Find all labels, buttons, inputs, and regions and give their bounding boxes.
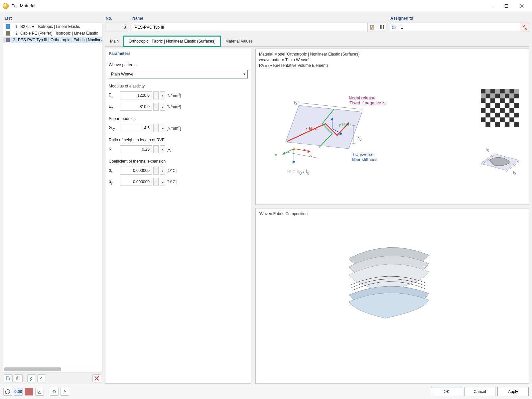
svg-point-31 (293, 148, 295, 150)
svg-rect-71 (514, 122, 519, 127)
ax-spin[interactable]: ⋮ (153, 167, 159, 175)
Gxy-input[interactable]: 14.5 (120, 124, 152, 132)
function-button[interactable]: fx (61, 388, 69, 396)
assigned-input[interactable] (398, 23, 520, 32)
Gxy-unit: [N/mm2] (167, 125, 248, 131)
top-fields: No. 3 Name Assigned to (105, 15, 529, 32)
thumb-l0-right: l0 (513, 170, 516, 176)
svg-rect-46 (505, 93, 509, 98)
svg-rect-72 (485, 89, 490, 93)
copy-item-button[interactable] (14, 374, 23, 382)
ay-symbol: αy (109, 179, 119, 185)
list-horizontal-scrollbar[interactable] (3, 366, 102, 372)
R-spin[interactable]: ⋮ (153, 145, 159, 153)
tab-material-values[interactable]: Material Values (220, 36, 258, 47)
tab-orthotropic[interactable]: Orthotropic | Fabric | Nonlinear Elastic… (124, 36, 220, 47)
ok-button[interactable]: OK (431, 387, 462, 396)
Ey-input[interactable]: 810.0 (120, 103, 152, 111)
rve-diagram-box: Material Model 'Orthotropic | Nonlinear … (255, 49, 529, 205)
rve-element-thumb (474, 142, 524, 179)
svg-rect-45 (495, 93, 500, 98)
Ex-spin[interactable]: ⋮ (153, 91, 159, 99)
color-button[interactable] (25, 388, 33, 396)
refresh-button[interactable] (50, 388, 59, 396)
library-button[interactable] (377, 23, 386, 32)
Gxy-spin[interactable]: ⋮ (153, 124, 159, 132)
ay-spin[interactable]: ⋮ (153, 178, 159, 186)
svg-rect-53 (495, 103, 500, 108)
R-menu[interactable]: ▸ (160, 145, 165, 153)
l0-label-bottom: l0 (310, 152, 312, 157)
material-list[interactable]: 1 S275JR | Isotropic | Linear Elastic 2 … (3, 23, 102, 366)
no-field[interactable]: 3 (105, 23, 128, 32)
coords-button[interactable] (35, 388, 44, 396)
ax-menu[interactable]: ▸ (160, 167, 165, 175)
color-swatch (6, 31, 10, 36)
ay-input[interactable]: 0.000000 (120, 178, 152, 186)
app-icon (3, 3, 9, 9)
parameters-header: Parameters (109, 51, 248, 57)
svg-rect-1 (505, 4, 508, 7)
units-button[interactable]: 0,00 (14, 388, 23, 396)
Gxy-menu[interactable]: ▸ (160, 124, 165, 132)
svg-rect-69 (495, 122, 500, 127)
dialog-bottom-bar: 0,00 fx OK Cancel Apply (0, 384, 532, 399)
apply-button[interactable]: Apply (497, 387, 529, 396)
ay-menu[interactable]: ▸ (160, 178, 165, 186)
Ey-spin[interactable]: ⋮ (153, 103, 159, 111)
ratio-label: Ratio of height to length of RVE (109, 138, 248, 142)
svg-rect-41 (490, 89, 495, 93)
svg-line-85 (5, 393, 6, 394)
Ex-menu[interactable]: ▸ (160, 91, 165, 99)
svg-rect-47 (514, 93, 519, 98)
Ey-menu[interactable]: ▸ (160, 103, 165, 111)
minimize-button[interactable] (483, 0, 499, 12)
svg-rect-54 (505, 103, 509, 108)
list-item[interactable]: 3 PES-PVC Typ III | Orthotropic | Fabric… (3, 37, 102, 43)
xfibre-label: x fibre (306, 126, 317, 131)
svg-marker-89 (53, 391, 54, 392)
R-input[interactable]: 0.25 (120, 145, 152, 153)
vis1-line3: RVE (Representative Volume Element) (259, 63, 526, 68)
new-item-button[interactable] (4, 374, 13, 382)
svg-rect-9 (17, 376, 20, 379)
name-input[interactable] (132, 23, 367, 32)
svg-rect-79 (509, 93, 514, 98)
svg-marker-17 (392, 26, 396, 29)
axis-x-label: x (303, 147, 305, 152)
check-selected-button[interactable] (37, 374, 46, 382)
modulus-label: Modulus of elasticity (109, 84, 248, 88)
weave-pattern-combo[interactable]: Plain Weave ▾ (109, 70, 248, 78)
pick-objects-button[interactable] (520, 23, 529, 32)
tab-main[interactable]: Main (105, 36, 124, 47)
cancel-button[interactable]: Cancel (464, 387, 495, 396)
Ex-input[interactable]: 1220.0 (120, 91, 152, 99)
nodal-label: Nodal release 'Fixed if negative N' (349, 95, 386, 105)
list-item[interactable]: 2 Cable PE (Pfeifer) | Isotropic | Linea… (3, 30, 102, 37)
titlebar: Edit Material (0, 0, 532, 12)
list-panel: List 1 S275JR | Isotropic | Linear Elast… (3, 15, 102, 384)
list-item-label: Cable PE (Pfeifer) | Isotropic | Linear … (20, 31, 98, 36)
ax-input[interactable]: 0.000000 (120, 167, 152, 175)
ax-symbol: αx (109, 168, 119, 173)
edit-name-button[interactable] (367, 23, 377, 32)
svg-rect-64 (481, 117, 485, 122)
svg-rect-48 (481, 98, 485, 103)
close-button[interactable] (514, 0, 529, 12)
delete-item-button[interactable] (92, 374, 101, 382)
Ey-unit: [N/mm2] (167, 104, 248, 109)
svg-line-38 (286, 152, 319, 158)
svg-line-27 (294, 149, 309, 151)
maximize-button[interactable] (499, 0, 514, 12)
help-button[interactable] (3, 388, 12, 396)
fabric-layers-diagram (335, 228, 442, 322)
svg-line-25 (284, 149, 294, 154)
R-equation: R = h0 / l0 (287, 169, 309, 176)
Gxy-symbol: Gxy (109, 125, 119, 131)
weave-value: Plain Weave (111, 72, 133, 76)
list-item[interactable]: 1 S275JR | Isotropic | Linear Elastic (3, 23, 102, 30)
svg-rect-76 (481, 93, 485, 98)
check-all-button[interactable] (27, 374, 36, 382)
Ey-symbol: Ey (109, 104, 119, 109)
svg-rect-66 (500, 117, 505, 122)
